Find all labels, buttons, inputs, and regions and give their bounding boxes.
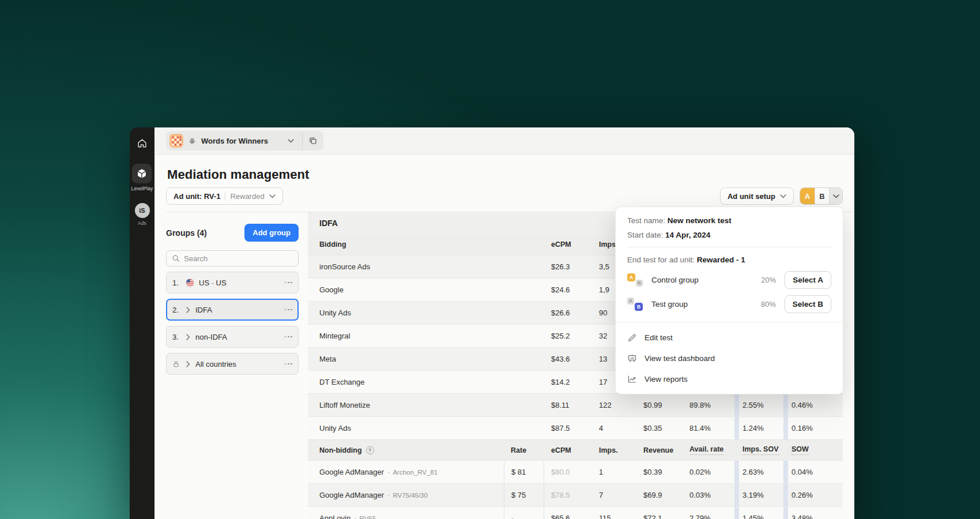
ecpm-value: $24.6 [544,279,592,301]
nav-label-ads: Ads [138,220,146,226]
group-item-non-idfa[interactable]: 3. non-IDFA [166,326,299,348]
page-header-row: Ad unit: RV-1 Rewarded Ad unit setup [166,187,843,205]
nav-item-ads[interactable]: iS Ads [135,203,150,226]
group-label: US · US [199,279,280,287]
imps-sov-value: 3.19% [734,484,783,506]
column-header-ecpm[interactable]: eCPM [544,234,592,255]
help-icon[interactable]: ? [366,446,374,454]
instance-name: RV75/45/30 [393,492,428,499]
variant-a-button[interactable]: A [800,188,815,204]
avail-rate-value: 0.02% [683,461,734,483]
column-header-sow[interactable]: SOW [783,440,843,460]
nav-item-levelplay[interactable]: LevelPlay [131,164,153,191]
ironsource-ads-icon: iS [135,203,150,218]
variant-menu-button[interactable] [829,188,842,204]
column-header-rate[interactable]: Rate [504,440,544,460]
avail-rate-value: 89.8% [683,394,734,416]
levelplay-unity-icon [132,164,152,183]
ecpm-value: $25.2 [544,325,592,347]
app-window: LevelPlay iS Ads Words for Winners [130,127,854,519]
table-row[interactable]: Liftoff Monetize $8.11 122 $0.99 89.8% 2… [308,393,843,416]
variant-a-badge-icon: A B [627,273,643,287]
variant-b-badge-icon: A B [627,298,643,311]
more-icon[interactable] [285,280,292,286]
column-header-ecpm[interactable]: eCPM [544,440,592,460]
more-icon[interactable] [285,307,292,313]
us-flag-icon [186,279,194,287]
group-search[interactable] [166,250,299,266]
page-title: Mediation management [167,167,843,182]
nav-rail: LevelPlay iS Ads [130,127,154,519]
ecpm-value: $87.5 [544,417,592,439]
column-header-imps[interactable]: Imps. [592,440,636,460]
ad-unit-setup-button[interactable]: Ad unit setup [720,187,794,205]
copy-app-button[interactable] [303,131,323,151]
chevron-down-icon [269,194,276,198]
table-row[interactable]: Google AdManager · RV75/45/30 $ 75 $78.5… [308,483,843,506]
instance-name: RV65 [360,515,376,519]
end-test-ad-unit: Rewarded - 1 [697,255,745,264]
select-b-button[interactable]: Select B [785,295,831,313]
groups-panel: Groups (4) Add group 1. [166,212,299,519]
rate-cell[interactable]: $ 81 [504,461,544,483]
more-icon[interactable] [285,334,292,340]
avail-rate-value: 81.4% [683,417,734,439]
lock-icon [172,360,181,368]
menu-item-label: View test dashboard [644,354,715,363]
table-row[interactable]: AppLovin · RV65 - $65.6 115 $72.1 2.79% … [308,506,843,519]
imps-value: 4 [592,417,636,439]
groups-title: Groups (4) [166,228,207,238]
network-name: Unity Ads [319,302,544,324]
divider [627,247,831,247]
nav-label-levelplay: LevelPlay [131,186,153,191]
instance-name: Archon_RV_81 [393,469,438,476]
chevron-down-icon [288,139,294,143]
nonbidding-header-row: Non-bidding ? Rate eCPM Imps. Revenue Av… [308,439,843,460]
table-row[interactable]: Google AdManager · Archon_RV_81 $ 81 $80… [308,460,843,483]
select-a-button[interactable]: Select A [785,271,831,289]
main-card: Words for Winners Mediation management A… [154,127,854,519]
edit-test-menu-item[interactable]: Edit test [616,327,843,348]
chevron-right-icon[interactable] [186,307,191,313]
divider [225,191,225,201]
ab-variant-toggle: A B [800,187,843,205]
ecpm-value: $26.3 [544,255,592,278]
group-label: non-IDFA [195,333,280,341]
chevron-down-icon [780,194,786,198]
chevron-right-icon[interactable] [186,361,191,367]
menu-item-label: View reports [644,375,688,383]
imps-sov-value: 2.63% [734,461,783,483]
ad-unit-selector[interactable]: Ad unit: RV-1 Rewarded [166,187,283,205]
group-item-us[interactable]: 1. US · US [166,272,299,294]
view-test-dashboard-menu-item[interactable]: View test dashboard [616,348,843,368]
nonbidding-section-label: Non-bidding ? [319,440,504,460]
search-input[interactable] [184,254,293,263]
more-icon[interactable] [285,361,292,367]
network-name: ironSource Ads [319,255,544,278]
group-item-idfa[interactable]: 2. IDFA [166,299,299,321]
rate-cell[interactable]: - [504,507,544,519]
table-row[interactable]: Unity Ads $87.5 4 $0.35 81.4% 1.24% 0.16… [308,416,843,439]
app-name: Words for Winners [201,137,268,145]
ecpm-value: $65.6 [544,507,592,519]
network-name: Google AdManager · Archon_RV_81 [319,461,504,483]
view-reports-menu-item[interactable]: View reports [616,368,843,389]
group-item-all-countries[interactable]: All countries [166,353,299,375]
revenue-value: $0.99 [636,394,683,416]
app-selector-button[interactable]: Words for Winners [166,131,302,151]
home-icon[interactable] [137,138,148,149]
rate-cell[interactable]: $ 75 [504,484,544,506]
group-index: 3. [172,333,181,341]
add-group-button[interactable]: Add group [244,224,299,242]
test-group-label: Test group [651,300,761,309]
network-name: Google [319,279,544,301]
column-header-imps-sov[interactable]: Imps. SOV [734,440,783,460]
variant-b-button[interactable]: B [815,188,829,204]
column-header-avail-rate[interactable]: Avail. rate [683,440,734,460]
ecpm-value: $14.2 [544,371,592,393]
chevron-right-icon[interactable] [186,334,191,340]
group-label: All countries [195,360,280,368]
line-chart-icon [627,374,637,384]
column-header-revenue[interactable]: Revenue [636,440,683,460]
test-name-row: Test name: New network test [627,216,831,225]
